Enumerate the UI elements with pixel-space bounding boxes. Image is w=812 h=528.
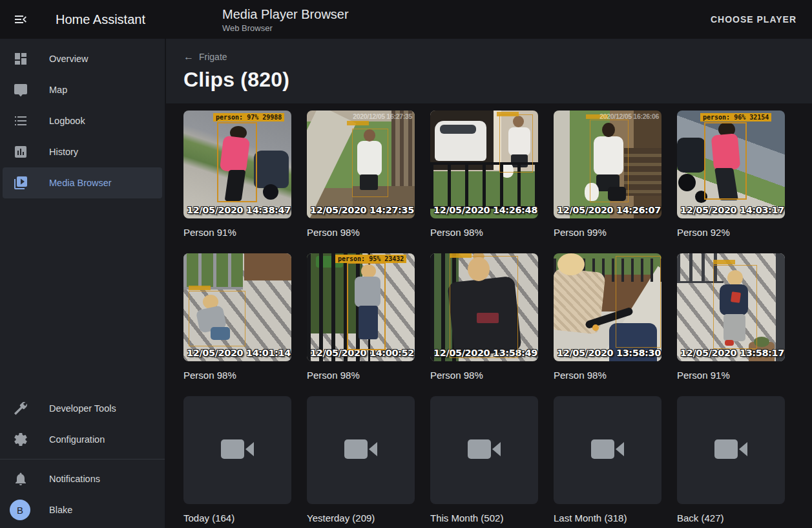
folder-thumbnail[interactable]: [554, 396, 661, 504]
sidebar: Overview Map Logbook: [0, 39, 165, 528]
detection-tag-small: [189, 286, 211, 290]
detection-tag-small: [713, 260, 735, 264]
choose-player-button[interactable]: CHOOSE PLAYER: [704, 9, 803, 30]
bell-icon: [13, 471, 28, 487]
folder-card-yesterday[interactable]: Yesterday (209): [307, 396, 415, 528]
sidebar-item-label: Map: [49, 85, 67, 95]
clip-card[interactable]: person: 96% 32154 12/05/2020 14:03:17 Pe…: [677, 111, 785, 253]
clip-card[interactable]: person: 95% 23432 12/05/2020 14:00:52 Pe…: [307, 253, 415, 396]
folder-card-back[interactable]: Back (427): [677, 396, 785, 528]
clip-timestamp: 12/05/2020 14:01:14: [187, 348, 291, 358]
detection-box: [704, 122, 747, 200]
sidebar-item-label: History: [49, 147, 78, 157]
hammer-icon: [13, 401, 28, 416]
clip-thumbnail[interactable]: person: 95% 23432 12/05/2020 14:00:52: [307, 253, 415, 361]
clip-thumbnail[interactable]: 2020/12/05 16:26:06 12/05/2020 14:26:07: [554, 111, 661, 218]
account-location-icon: [13, 82, 28, 98]
detection-tag: person: 96% 32154: [700, 113, 771, 121]
clip-thumbnail[interactable]: 12/05/2020 13:58:30: [554, 253, 661, 361]
sidebar-item-profile[interactable]: B Blake: [0, 494, 165, 525]
folder-card-today[interactable]: Today (164): [183, 396, 291, 528]
clip-label: Person 98%: [430, 370, 538, 381]
media-player-browser-subtitle: Web Browser: [222, 23, 349, 33]
video-camera-icon: [343, 436, 379, 465]
menu-open-icon[interactable]: [13, 12, 28, 27]
clip-label: Person 98%: [554, 370, 661, 381]
detection-tag: person: 97% 29988: [213, 113, 284, 121]
sidebar-item-media-browser[interactable]: Media Browser: [3, 167, 162, 198]
sidebar-item-configuration[interactable]: Configuration: [0, 424, 165, 455]
clip-label: Person 91%: [183, 227, 291, 238]
folder-thumbnail[interactable]: [183, 396, 291, 504]
clip-thumbnail[interactable]: 12/05/2020 14:01:14: [183, 253, 291, 361]
clip-thumbnail[interactable]: 12/05/2020 13:58:49: [430, 253, 538, 361]
clip-label: Person 98%: [430, 227, 538, 238]
page-title: Clips (820): [183, 68, 812, 92]
sidebar-item-label: Notifications: [49, 474, 100, 484]
sidebar-item-developer-tools[interactable]: Developer Tools: [0, 393, 165, 424]
clip-card[interactable]: 12/05/2020 14:26:48 Person 98%: [430, 111, 538, 253]
clip-timestamp: 12/05/2020 13:58:17: [680, 348, 784, 358]
clip-card[interactable]: 12/05/2020 13:58:49 Person 98%: [430, 253, 538, 396]
detection-tag-small: [497, 112, 519, 116]
folder-thumbnail[interactable]: [677, 396, 785, 504]
page-title-block: Media Player Browser Web Browser: [222, 6, 349, 33]
sidebar-item-overview[interactable]: Overview: [0, 43, 165, 74]
topbar-left: Home Assistant: [0, 12, 165, 27]
folder-thumbnail[interactable]: [430, 396, 538, 504]
clip-timestamp: 12/05/2020 14:27:35: [310, 205, 414, 215]
detection-box: [499, 114, 533, 173]
sidebar-item-map[interactable]: Map: [0, 74, 165, 105]
breadcrumb-label: Frigate: [199, 52, 227, 62]
detection-tag: person: 95% 23432: [335, 255, 406, 263]
back-arrow-icon: ←: [183, 52, 194, 62]
video-camera-icon: [220, 436, 256, 465]
dashboard-icon: [13, 51, 28, 67]
camera-watermark: 2020/12/05 16:27:35: [353, 112, 412, 120]
folder-label: Yesterday (209): [307, 512, 415, 523]
detection-box: [189, 291, 245, 346]
sidebar-item-history[interactable]: History: [0, 136, 165, 167]
clip-label: Person 91%: [677, 370, 785, 381]
sidebar-item-notifications[interactable]: Notifications: [0, 463, 165, 494]
clip-thumbnail[interactable]: person: 97% 29988 12/05/2020 14:38:47: [183, 111, 291, 218]
detection-box: [217, 122, 257, 202]
folder-thumbnail[interactable]: [307, 396, 415, 504]
folder-label: Today (164): [183, 512, 291, 523]
clip-card[interactable]: 2020/12/05 16:27:35 12/05/2020 14:27:35 …: [307, 111, 415, 253]
clip-card[interactable]: person: 97% 29988 12/05/2020 14:38:47 Pe…: [183, 111, 291, 253]
profile-name: Blake: [49, 505, 72, 515]
video-camera-icon: [713, 436, 749, 465]
clip-label: Person 98%: [307, 227, 415, 238]
clip-timestamp: 12/05/2020 14:03:17: [680, 205, 784, 215]
clip-card[interactable]: 2020/12/05 16:26:06 12/05/2020 14:26:07 …: [554, 111, 661, 253]
sidebar-item-label: Developer Tools: [49, 403, 116, 414]
clip-card[interactable]: 12/05/2020 13:58:17 Person 91%: [677, 253, 785, 396]
folder-label: This Month (502): [430, 512, 538, 523]
sidebar-spacer: [0, 198, 165, 393]
detection-box: [713, 265, 757, 349]
gear-icon: [13, 432, 28, 447]
clip-timestamp: 12/05/2020 14:38:47: [187, 205, 291, 215]
clip-timestamp: 12/05/2020 14:26:07: [557, 205, 661, 215]
app-title: Home Assistant: [56, 12, 145, 27]
clip-thumbnail[interactable]: 12/05/2020 14:26:48: [430, 111, 538, 218]
breadcrumb-back-frigate[interactable]: ← Frigate: [183, 52, 227, 62]
clip-card[interactable]: 12/05/2020 13:58:30 Person 98%: [554, 253, 661, 396]
media-player-browser-title: Media Player Browser: [222, 6, 349, 22]
folder-card-last-month[interactable]: Last Month (318): [554, 396, 661, 528]
detection-box: [590, 120, 629, 202]
sidebar-divider: [0, 459, 165, 459]
clip-thumbnail[interactable]: 2020/12/05 16:27:35 12/05/2020 14:27:35: [307, 111, 415, 218]
folder-card-this-month[interactable]: This Month (502): [430, 396, 538, 528]
clip-card[interactable]: 12/05/2020 14:01:14 Person 98%: [183, 253, 291, 396]
detection-box: [616, 256, 661, 348]
clip-thumbnail[interactable]: 12/05/2020 13:58:17: [677, 253, 785, 361]
clips-grid: person: 97% 29988 12/05/2020 14:38:47 Pe…: [183, 111, 812, 528]
bar-chart-icon: [13, 144, 28, 160]
clip-label: Person 98%: [183, 370, 291, 381]
clip-thumbnail[interactable]: person: 96% 32154 12/05/2020 14:03:17: [677, 111, 785, 218]
avatar: B: [10, 500, 30, 520]
sidebar-item-logbook[interactable]: Logbook: [0, 105, 165, 136]
camera-watermark: 2020/12/05 16:26:06: [599, 112, 659, 120]
